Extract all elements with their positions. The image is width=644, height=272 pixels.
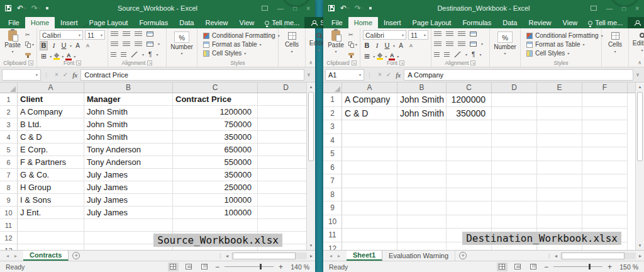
- cell-A5[interactable]: E Corp.: [18, 144, 84, 156]
- cell-styles-button[interactable]: Cell Styles▾: [203, 50, 275, 57]
- tab-view[interactable]: View: [234, 17, 260, 28]
- collapse-ribbon-button[interactable]: ∧: [309, 60, 313, 65]
- cell-B1[interactable]: John Smith: [397, 93, 447, 107]
- align-middle-icon[interactable]: [446, 31, 453, 37]
- cell-F1[interactable]: [582, 93, 628, 107]
- tab-formulas[interactable]: Formulas: [133, 17, 174, 28]
- cell-B3[interactable]: John Smith: [84, 118, 173, 131]
- sheet-tab-sheet1[interactable]: Sheet1: [347, 251, 382, 261]
- row-header-10[interactable]: 10: [0, 207, 18, 219]
- cell-A6[interactable]: [342, 161, 397, 175]
- font-dialog-launcher[interactable]: ↘: [399, 60, 404, 65]
- tab-view[interactable]: View: [557, 17, 584, 28]
- format-as-table-button[interactable]: Format as Table▾: [203, 41, 275, 48]
- row-header-11[interactable]: 11: [323, 229, 342, 242]
- bold-button[interactable]: B: [40, 41, 48, 50]
- row-header-11[interactable]: 11: [0, 219, 18, 232]
- restore-button[interactable]: □: [622, 5, 626, 12]
- column-header-C[interactable]: C: [447, 82, 492, 93]
- zoom-slider[interactable]: [225, 266, 274, 267]
- cell-A4[interactable]: C & D: [18, 131, 84, 144]
- align-bottom-icon[interactable]: [135, 31, 142, 37]
- cell-E2[interactable]: [537, 107, 582, 121]
- undo-button[interactable]: ↶▾: [17, 4, 26, 12]
- cell-A7[interactable]: [342, 174, 397, 188]
- cell-D7[interactable]: [492, 174, 537, 188]
- cell-C7[interactable]: [447, 174, 492, 188]
- cell-A8[interactable]: H Group: [18, 181, 84, 194]
- row-header-6[interactable]: 6: [0, 156, 18, 169]
- row-header-3[interactable]: 3: [323, 120, 342, 134]
- ribbon-display-options-icon[interactable]: [262, 6, 268, 11]
- conditional-formatting-button[interactable]: Conditional Formatting▾: [203, 32, 275, 39]
- cell-F4[interactable]: [582, 134, 628, 148]
- cell-E3[interactable]: [537, 120, 582, 134]
- horizontal-scrollbar[interactable]: [560, 252, 636, 259]
- number-format-button[interactable]: Number: [494, 43, 516, 50]
- cell-E1[interactable]: [537, 93, 582, 107]
- alignment-dialog-launcher[interactable]: ↘: [147, 60, 152, 65]
- cell-C2[interactable]: 1200000: [173, 106, 258, 118]
- percent-style-button[interactable]: %: [497, 31, 513, 43]
- orientation-icon[interactable]: [454, 52, 461, 57]
- cell-F10[interactable]: [582, 215, 628, 229]
- cell-F7[interactable]: [582, 174, 628, 188]
- align-middle-icon[interactable]: [123, 31, 130, 37]
- confirm-entry-button[interactable]: ✓: [63, 71, 68, 78]
- cell-E8[interactable]: [537, 188, 582, 202]
- row-header-10[interactable]: 10: [323, 215, 342, 229]
- save-button[interactable]: [5, 5, 11, 11]
- decrease-font-button[interactable]: A: [84, 41, 92, 50]
- minimize-button[interactable]: —: [606, 5, 613, 12]
- fill-color-icon[interactable]: [377, 54, 383, 60]
- hscroll-left-icon[interactable]: ◂: [555, 253, 557, 259]
- tab-review[interactable]: Review: [199, 17, 233, 28]
- cell-D9[interactable]: [492, 201, 537, 215]
- cell-B8[interactable]: [397, 188, 447, 202]
- next-sheet-icon[interactable]: ▸: [14, 253, 17, 259]
- zoom-slider-thumb[interactable]: [260, 264, 262, 269]
- tell-me-box[interactable]: Tell me...: [260, 17, 304, 28]
- cell-B6[interactable]: Tony Anderson: [84, 156, 173, 169]
- vertical-scrollbar[interactable]: ▴▾: [635, 82, 644, 250]
- cell-E10[interactable]: [537, 215, 582, 229]
- zoom-slider-thumb[interactable]: [589, 264, 591, 269]
- tab-page-layout[interactable]: Page Layout: [84, 17, 134, 28]
- font-color-icon[interactable]: A: [389, 53, 395, 60]
- italic-button[interactable]: I: [373, 41, 381, 50]
- name-box[interactable]: A1▾: [325, 69, 364, 81]
- cell-E7[interactable]: [537, 174, 582, 188]
- cells-button[interactable]: Cells▾: [604, 30, 626, 59]
- italic-button[interactable]: I: [50, 41, 58, 50]
- cell-D1[interactable]: [492, 93, 537, 107]
- tab-home[interactable]: Home: [348, 17, 378, 28]
- hscroll-right-icon[interactable]: ▸: [310, 253, 313, 259]
- hscroll-left-icon[interactable]: ◂: [226, 253, 228, 259]
- zoom-in-button[interactable]: +: [279, 263, 283, 271]
- cell-A11[interactable]: [18, 219, 84, 232]
- font-color-icon[interactable]: A: [65, 53, 72, 60]
- confirm-entry-button[interactable]: ✓: [386, 71, 391, 78]
- cell-C8[interactable]: [447, 188, 492, 202]
- cell-C1[interactable]: 1200000: [447, 93, 492, 107]
- cell-E9[interactable]: [537, 201, 582, 215]
- cell-B9[interactable]: [397, 201, 447, 215]
- column-header-E[interactable]: E: [537, 82, 582, 93]
- format-painter-button[interactable]: [348, 51, 357, 57]
- prev-sheet-icon[interactable]: ◂: [6, 253, 9, 259]
- tab-file[interactable]: File: [326, 17, 348, 28]
- row-header-5[interactable]: 5: [323, 147, 342, 161]
- column-header-A[interactable]: A: [342, 82, 397, 93]
- horizontal-scroll-thumb[interactable]: [233, 252, 296, 259]
- underline-button[interactable]: U: [60, 41, 68, 50]
- cell-C4[interactable]: 350000: [173, 131, 258, 144]
- vertical-scrollbar[interactable]: ▴▾: [306, 82, 315, 250]
- cell-C2[interactable]: 350000: [447, 107, 492, 121]
- add-sheet-button[interactable]: +: [455, 251, 470, 261]
- format-as-table-button[interactable]: Format as Table▾: [526, 41, 599, 48]
- align-top-icon[interactable]: [111, 31, 118, 37]
- row-header-9[interactable]: 9: [0, 194, 18, 207]
- cell-B4[interactable]: John Smith: [84, 131, 173, 144]
- alignment-dialog-launcher[interactable]: ↘: [470, 60, 475, 65]
- cell-A12[interactable]: [18, 232, 84, 244]
